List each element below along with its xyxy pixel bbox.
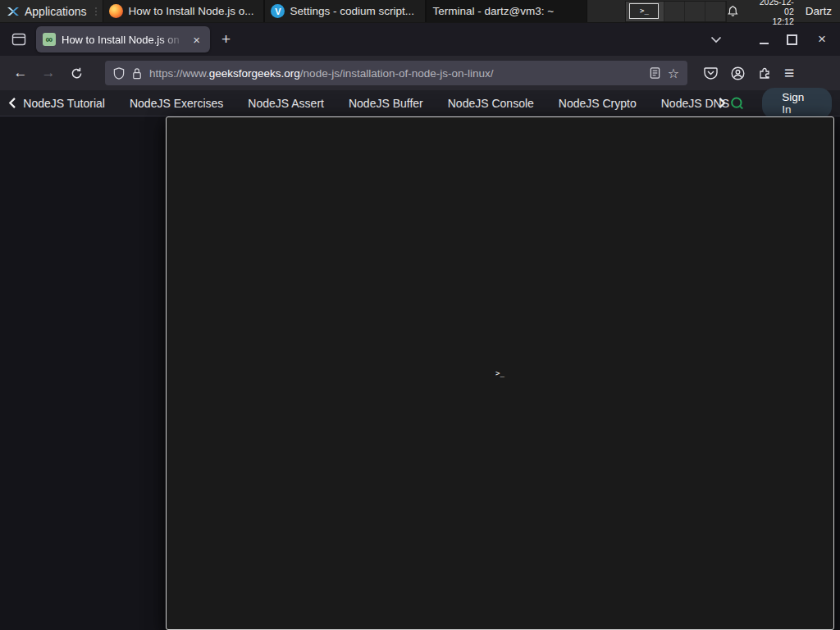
geeksforgeeks-favicon-icon: ∞	[43, 33, 56, 46]
taskbar-button-codium[interactable]: VSettings - codium script...	[264, 0, 426, 22]
list-all-tabs-button[interactable]	[710, 36, 722, 43]
lock-icon[interactable]	[132, 67, 142, 80]
taskbar-button-label: How to Install Node.js o...	[128, 5, 253, 17]
desktop: Applications How to Install Node.js o...…	[0, 0, 840, 630]
toolbar-icons: ≡	[704, 66, 794, 80]
firefox-view-icon	[11, 33, 26, 46]
maximize-button[interactable]	[787, 34, 797, 45]
workspace-pager[interactable]: >_	[625, 1, 727, 22]
reader-view-icon[interactable]	[650, 67, 660, 79]
gfg-nav-items: NodeJS TutorialNodeJS ExercisesNodeJS As…	[23, 97, 736, 110]
taskbar-button-firefox[interactable]: How to Install Node.js o...	[103, 0, 264, 22]
gfg-subnav: NodeJS TutorialNodeJS ExercisesNodeJS As…	[0, 90, 840, 116]
distro-logo-icon	[7, 5, 20, 18]
firefox-view-button[interactable]	[7, 29, 31, 50]
tab-bar: ∞ How to Install Node.js on × + ×	[0, 23, 840, 56]
url-bar[interactable]: https://www.geeksforgeeks.org/node-js/in…	[105, 61, 687, 85]
reload-icon	[71, 67, 83, 80]
panel-separator	[94, 4, 100, 19]
browser-toolbar: ← → https://www.geeksforgeeks.org/node-j…	[0, 56, 840, 90]
tracking-shield-icon[interactable]	[113, 67, 125, 80]
taskbar-button-label: Settings - codium script...	[290, 5, 414, 17]
sign-in-button[interactable]: Sign In	[762, 88, 832, 119]
workspace-4[interactable]	[705, 2, 726, 21]
url-domain: geeksforgeeks.org	[209, 67, 300, 80]
notification-bell-icon[interactable]	[727, 5, 739, 17]
browser-tab-active[interactable]: ∞ How to Install Node.js on ×	[36, 26, 210, 52]
bookmark-star-icon[interactable]: ☆	[668, 66, 679, 81]
panel-clock[interactable]: 2025-12-02 12:12	[751, 0, 794, 26]
gfg-nav-right: Sign In	[730, 88, 832, 119]
gfg-nav-item-nodejs-exercises[interactable]: NodeJS Exercises	[130, 97, 223, 110]
back-button[interactable]: ←	[8, 62, 33, 84]
taskbar-button-terminal[interactable]: >_Terminal - dartz@vm3: ~	[426, 0, 587, 22]
clock-time: 12:12	[751, 16, 794, 26]
extensions-icon[interactable]	[758, 66, 771, 80]
url-text[interactable]: https://www.geeksforgeeks.org/node-js/in…	[149, 67, 642, 80]
codium-icon: V	[271, 4, 285, 18]
workspace-2[interactable]	[664, 2, 685, 21]
account-icon[interactable]	[731, 66, 745, 80]
gfg-nav-item-nodejs-assert[interactable]: NodeJS Assert	[248, 97, 324, 110]
url-path: /node-js/installation-of-node-js-on-linu…	[300, 67, 494, 80]
window-taskbar: How to Install Node.js o...VSettings - c…	[103, 0, 587, 22]
applications-menu-button[interactable]: Applications	[0, 0, 94, 22]
reload-button[interactable]	[64, 62, 89, 84]
menu-icon[interactable]: ≡	[784, 66, 794, 80]
firefox-icon	[109, 4, 123, 18]
close-button[interactable]: ×	[815, 33, 829, 46]
gfg-nav-item-nodejs-console[interactable]: NodeJS Console	[448, 97, 534, 110]
tab-close-icon[interactable]: ×	[189, 33, 203, 47]
scroll-left-icon[interactable]	[8, 97, 16, 109]
gfg-nav-item-nodejs-tutorial[interactable]: NodeJS Tutorial	[23, 97, 105, 110]
taskbar-button-label: Terminal - dartz@vm3: ~	[432, 5, 554, 17]
tab-title: How to Install Node.js on	[62, 34, 184, 46]
system-tray: 2025-12-02 12:12 Dartz	[727, 0, 840, 22]
gfg-nav-item-nodejs-buffer[interactable]: NodeJS Buffer	[349, 97, 423, 110]
top-panel: Applications How to Install Node.js o...…	[0, 0, 840, 23]
new-tab-button[interactable]: +	[215, 30, 237, 48]
search-icon[interactable]	[730, 95, 744, 112]
workspace-3[interactable]	[685, 2, 705, 21]
gfg-nav-item-nodejs-crypto[interactable]: NodeJS Crypto	[559, 97, 637, 110]
minimize-button[interactable]	[760, 35, 769, 44]
scroll-right-icon[interactable]	[718, 97, 726, 109]
chevron-down-icon	[710, 36, 722, 43]
mini-terminal-window: >_	[629, 3, 659, 19]
url-scheme: https://www.	[149, 67, 209, 80]
pocket-icon[interactable]	[704, 66, 718, 80]
workspace-1[interactable]: >_	[626, 2, 664, 21]
clock-date: 2025-12-02	[751, 0, 794, 16]
applications-label: Applications	[25, 5, 87, 18]
forward-button[interactable]: →	[36, 62, 61, 84]
session-user-label: Dartz	[806, 5, 832, 17]
window-controls: ×	[760, 33, 833, 46]
